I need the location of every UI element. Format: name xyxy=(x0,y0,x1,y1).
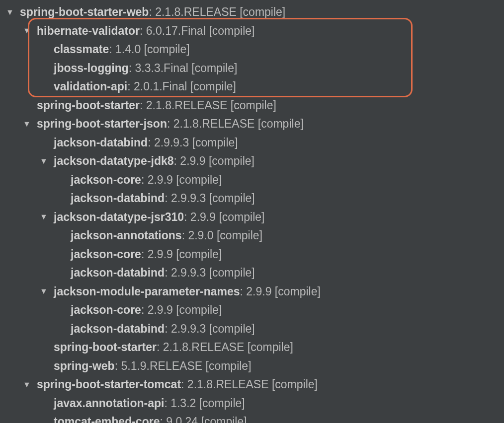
dependency-version-scope: : 2.1.8.RELEASE [compile] xyxy=(140,99,276,112)
tree-item[interactable]: jboss-logging : 3.3.3.Final [compile] xyxy=(0,59,504,78)
tree-item[interactable]: jackson-core : 2.9.9 [compile] xyxy=(0,301,504,320)
dependency-name: spring-boot-starter-tomcat xyxy=(37,378,181,391)
dependency-version-scope: : 2.9.9 [compile] xyxy=(174,154,254,168)
dependency-version-scope: : 6.0.17.Final [compile] xyxy=(140,24,254,38)
dependency-name: jackson-datatype-jdk8 xyxy=(54,154,174,168)
dependency-name: spring-web xyxy=(54,359,115,373)
dependency-version-scope: : 1.3.2 [compile] xyxy=(164,397,245,410)
dependency-version-scope: : 2.9.0 [compile] xyxy=(182,229,262,242)
tree-item[interactable]: spring-boot-starter : 2.1.8.RELEASE [com… xyxy=(0,338,504,357)
dependency-name: classmate xyxy=(54,43,109,56)
tree-item[interactable]: jackson-databind : 2.9.9.3 [compile] xyxy=(0,134,504,152)
dependency-version-scope: : 3.3.3.Final [compile] xyxy=(129,62,238,75)
dependency-name: jackson-databind xyxy=(71,266,165,280)
dependency-name: spring-boot-starter xyxy=(37,99,140,112)
dependency-name: spring-boot-starter xyxy=(54,341,157,354)
dependency-tree: ▼spring-boot-starter-web : 2.1.8.RELEASE… xyxy=(0,3,504,423)
dependency-version-scope: : 2.1.8.RELEASE [compile] xyxy=(149,5,285,19)
tree-item[interactable]: spring-boot-starter : 2.1.8.RELEASE [com… xyxy=(0,96,504,115)
dependency-version-scope: : 2.0.1.Final [compile] xyxy=(127,80,236,93)
tree-item[interactable]: jackson-core : 2.9.9 [compile] xyxy=(0,245,504,264)
tree-item[interactable]: ▼jackson-datatype-jdk8 : 2.9.9 [compile] xyxy=(0,152,504,171)
tree-item[interactable]: ▼spring-boot-starter-json : 2.1.8.RELEAS… xyxy=(0,115,504,134)
dependency-name: jackson-core xyxy=(71,173,141,187)
dependency-version-scope: : 2.9.9 [compile] xyxy=(141,173,222,187)
dependency-version-scope: : 2.9.9.3 [compile] xyxy=(148,136,238,149)
dependency-version-scope: : 2.9.9 [compile] xyxy=(184,211,264,224)
tree-item[interactable]: validation-api : 2.0.1.Final [compile] xyxy=(0,77,504,96)
dependency-name: spring-boot-starter-json xyxy=(37,117,167,131)
dependency-name: jackson-annotations xyxy=(71,229,182,242)
tree-item[interactable]: jackson-annotations : 2.9.0 [compile] xyxy=(0,226,504,245)
dependency-version-scope: : 2.9.9 [compile] xyxy=(141,303,222,317)
chevron-down-icon[interactable]: ▼ xyxy=(40,157,54,166)
dependency-version-scope: : 2.9.9 [compile] xyxy=(141,248,222,261)
dependency-version-scope: : 1.4.0 [compile] xyxy=(109,43,189,56)
dependency-version-scope: : 2.9.9.3 [compile] xyxy=(165,266,255,280)
dependency-version-scope: : 2.9.9.3 [compile] xyxy=(165,322,255,336)
tree-item[interactable]: spring-web : 5.1.9.RELEASE [compile] xyxy=(0,357,504,376)
tree-item[interactable]: tomcat-embed-core : 9.0.24 [compile] xyxy=(0,413,504,423)
dependency-version-scope: : 2.1.8.RELEASE [compile] xyxy=(167,117,304,131)
tree-item[interactable]: jackson-databind : 2.9.9.3 [compile] xyxy=(0,264,504,282)
dependency-name: javax.annotation-api xyxy=(54,397,164,410)
dependency-version-scope: : 2.1.8.RELEASE [compile] xyxy=(181,378,318,391)
dependency-name: validation-api xyxy=(54,80,127,93)
tree-item[interactable]: ▼spring-boot-starter-tomcat : 2.1.8.RELE… xyxy=(0,375,504,394)
dependency-version-scope: : 5.1.9.RELEASE [compile] xyxy=(115,359,252,373)
dependency-name: jackson-core xyxy=(71,303,141,317)
chevron-down-icon[interactable]: ▼ xyxy=(6,8,20,17)
dependency-name: jackson-databind xyxy=(71,322,165,336)
dependency-version-scope: : 9.0.24 [compile] xyxy=(160,415,247,423)
dependency-version-scope: : 2.1.8.RELEASE [compile] xyxy=(157,341,293,354)
chevron-down-icon[interactable]: ▼ xyxy=(23,380,37,389)
dependency-name: jackson-databind xyxy=(54,136,148,149)
tree-item[interactable]: ▼jackson-datatype-jsr310 : 2.9.9 [compil… xyxy=(0,208,504,227)
chevron-down-icon[interactable]: ▼ xyxy=(40,287,54,296)
tree-item[interactable]: jackson-databind : 2.9.9.3 [compile] xyxy=(0,189,504,208)
tree-item[interactable]: jackson-databind : 2.9.9.3 [compile] xyxy=(0,320,504,339)
chevron-down-icon[interactable]: ▼ xyxy=(23,120,37,129)
tree-item[interactable]: classmate : 1.4.0 [compile] xyxy=(0,40,504,59)
tree-item[interactable]: ▼spring-boot-starter-web : 2.1.8.RELEASE… xyxy=(0,3,504,22)
dependency-name: tomcat-embed-core xyxy=(54,415,160,423)
dependency-name: spring-boot-starter-web xyxy=(20,5,149,19)
chevron-down-icon[interactable]: ▼ xyxy=(40,212,54,221)
tree-item[interactable]: ▼jackson-module-parameter-names : 2.9.9 … xyxy=(0,282,504,301)
dependency-name: hibernate-validator xyxy=(37,24,140,38)
dependency-name: jackson-databind xyxy=(71,192,165,205)
dependency-name: jackson-module-parameter-names xyxy=(54,285,240,298)
tree-item[interactable]: ▼hibernate-validator : 6.0.17.Final [com… xyxy=(0,22,504,41)
dependency-name: jboss-logging xyxy=(54,62,129,75)
chevron-down-icon[interactable]: ▼ xyxy=(23,26,37,35)
dependency-version-scope: : 2.9.9.3 [compile] xyxy=(165,192,255,205)
dependency-version-scope: : 2.9.9 [compile] xyxy=(240,285,321,298)
dependency-name: jackson-core xyxy=(71,248,141,261)
dependency-name: jackson-datatype-jsr310 xyxy=(54,211,184,224)
tree-item[interactable]: jackson-core : 2.9.9 [compile] xyxy=(0,171,504,190)
tree-item[interactable]: javax.annotation-api : 1.3.2 [compile] xyxy=(0,394,504,413)
